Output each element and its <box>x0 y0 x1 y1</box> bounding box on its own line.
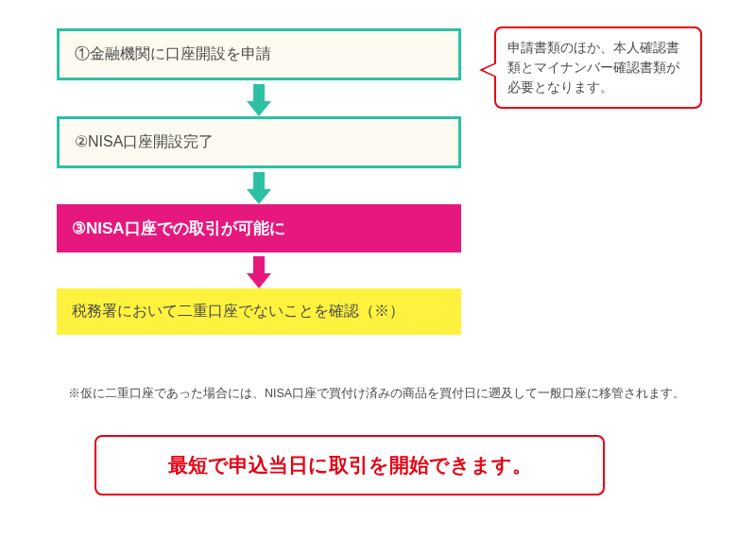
step-2-text: ②NISA口座開設完了 <box>75 133 214 149</box>
arrow-3-tail <box>253 256 265 273</box>
step-4-box: 税務署において二重口座でないことを確認（※） <box>57 288 461 335</box>
step-3-text: ③NISA口座での取引が可能に <box>72 219 285 237</box>
callout-box: 申請書類のほか、本人確認書類とマイナンバー確認書類が必要となります。 <box>494 26 702 109</box>
callout-text: 申請書類のほか、本人確認書類とマイナンバー確認書類が必要となります。 <box>507 40 679 95</box>
step-1-text: ①金融機関に口座開設を申請 <box>75 45 271 61</box>
flow-container: ①金融機関に口座開設を申請 ②NISA口座開設完了 ③NISA口座での取引が可能… <box>57 28 461 335</box>
final-message-box: 最短で申込当日に取引を開始できます。 <box>94 435 605 496</box>
arrow-2-tail <box>253 172 265 189</box>
arrow-2-head <box>247 189 271 204</box>
arrow-3-head <box>247 273 271 288</box>
step-2-box: ②NISA口座開設完了 <box>57 116 461 168</box>
step-1-box: ①金融機関に口座開設を申請 <box>57 28 461 80</box>
callout-pointer-fill <box>483 63 497 77</box>
arrow-1-head <box>247 101 271 116</box>
step-3-box: ③NISA口座での取引が可能に <box>57 204 461 252</box>
final-message-text: 最短で申込当日に取引を開始できます。 <box>168 454 532 476</box>
footnote-text: ※仮に二重口座であった場合には、NISA口座で買付け済みの商品を買付日に遡及して… <box>68 387 685 400</box>
step-4-text: 税務署において二重口座でないことを確認（※） <box>72 303 404 319</box>
footnote: ※仮に二重口座であった場合には、NISA口座で買付け済みの商品を買付日に遡及して… <box>68 386 730 402</box>
arrow-1-tail <box>253 84 265 101</box>
